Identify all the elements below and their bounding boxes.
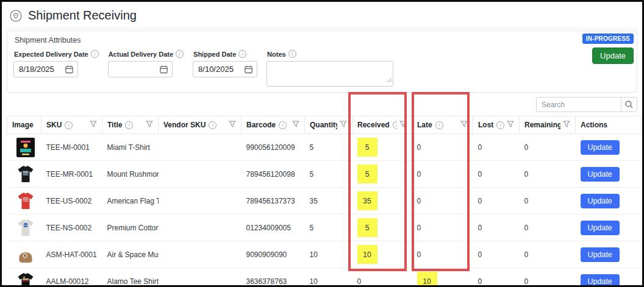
info-icon: [279, 121, 287, 129]
row-update-button[interactable]: Update: [581, 167, 620, 182]
search-button[interactable]: [621, 97, 637, 112]
info-icon: [209, 121, 216, 129]
filter-icon[interactable]: [399, 121, 407, 129]
row-update-button[interactable]: Update: [581, 247, 620, 262]
section-label: Shipment Attributes: [15, 36, 631, 44]
expected-delivery-date-input[interactable]: 8/18/2025: [13, 61, 78, 77]
received-cell: 0: [352, 268, 412, 287]
late-cell: 0: [412, 241, 473, 268]
resize-grip-icon[interactable]: [387, 74, 392, 85]
search-input[interactable]: [536, 97, 621, 112]
vendor-sku-cell: [159, 161, 242, 188]
column-header-late: Late: [412, 116, 473, 134]
lost-cell: 0: [473, 241, 520, 268]
sku-cell: AALM-00012: [41, 268, 102, 287]
shipment-receiving-page: Shipment Receiving Shipment Attributes I…: [2, 2, 642, 285]
sku-cell: TEE-NS-0002: [41, 214, 102, 241]
received-cell: 5: [352, 214, 412, 241]
table-toolbar: [7, 97, 637, 112]
column-header-received: Received: [352, 116, 412, 134]
info-icon: [288, 50, 296, 58]
calendar-icon[interactable]: [159, 65, 168, 74]
vendor-sku-cell: [159, 188, 242, 214]
shipment-attributes-card: Shipment Attributes IN-PROGRESS Update E…: [7, 30, 637, 93]
column-header-remaining: Remaining: [520, 116, 576, 134]
title-cell: Mount Rushmore T...: [102, 161, 159, 188]
received-cell: 5: [352, 161, 412, 188]
sku-cell: TEE-US-0002: [41, 188, 102, 214]
filter-icon[interactable]: [146, 121, 153, 129]
table-row: TEE-MR-0001 Mount Rushmore T... 78945612…: [7, 161, 642, 188]
remaining-cell: 0: [520, 134, 576, 161]
info-icon: [91, 50, 99, 58]
remaining-cell: 0: [520, 161, 576, 188]
remaining-cell: 0: [520, 268, 576, 287]
date-value: 8/18/2025: [19, 65, 54, 74]
row-update-button[interactable]: Update: [581, 221, 620, 235]
table-row: TEE-MI-0001 Miami T-Shirt 990056120009 5…: [7, 134, 642, 161]
vendor-sku-cell: [159, 241, 242, 268]
late-cell: 0: [412, 188, 473, 214]
info-icon: [393, 121, 397, 129]
shipped-date-field: Shipped Date 8/10/2025: [193, 50, 257, 77]
late-cell: 10: [412, 268, 473, 287]
filter-icon[interactable]: [229, 121, 236, 129]
calendar-icon[interactable]: [65, 65, 74, 74]
filter-icon[interactable]: [460, 121, 468, 129]
received-cell: 10: [352, 241, 412, 268]
filter-icon[interactable]: [507, 121, 514, 129]
sku-cell: TEE-MR-0001: [41, 161, 102, 188]
info-icon: [496, 121, 504, 129]
barcode-cell: 01234009005: [242, 214, 305, 241]
row-update-button[interactable]: Update: [581, 194, 620, 208]
title-cell: Premium Cotton N...: [102, 214, 159, 241]
vendor-sku-cell: [159, 268, 242, 287]
date-value: 8/10/2025: [198, 65, 234, 74]
page-title: Shipment Receiving: [28, 9, 137, 23]
column-header-title: Title: [102, 116, 159, 134]
table-row: TEE-NS-0002 Premium Cotton N... 01234009…: [7, 214, 642, 241]
filter-icon[interactable]: [90, 121, 97, 129]
field-label: Expected Delivery Date: [14, 51, 88, 58]
filter-icon[interactable]: [563, 121, 570, 129]
barcode-cell: 990056120009: [242, 134, 305, 161]
notes-textarea[interactable]: [267, 61, 393, 87]
update-shipment-button[interactable]: Update: [592, 48, 634, 64]
column-header-actions: Actions: [576, 116, 642, 134]
page-header: Shipment Receiving: [7, 2, 637, 29]
field-label: Actual Delivery Date: [109, 51, 173, 58]
lost-cell: 0: [473, 214, 520, 241]
row-update-button[interactable]: Update: [581, 274, 620, 287]
row-update-button[interactable]: Update: [581, 140, 620, 155]
shipment-items-table: Image SKU Title Vendor SKU Barcode Quant…: [7, 116, 642, 287]
barcode-cell: 789456137373: [242, 188, 305, 214]
title-cell: Miami T-Shirt: [102, 134, 159, 161]
late-cell: 0: [412, 161, 473, 188]
barcode-cell: 789456120098: [242, 161, 305, 188]
calendar-icon[interactable]: [244, 65, 253, 74]
received-cell: 5: [352, 134, 412, 161]
info-icon: [65, 121, 73, 129]
info-icon: [125, 121, 133, 129]
column-header-quantity: Quantity: [305, 116, 352, 134]
product-image: [15, 190, 37, 212]
quantity-cell: 5: [305, 214, 352, 241]
shipped-date-input[interactable]: 8/10/2025: [193, 61, 257, 77]
late-cell: 0: [412, 134, 473, 161]
location-pin-icon: [9, 9, 23, 23]
column-header-sku: SKU: [41, 116, 102, 134]
filter-icon[interactable]: [340, 121, 347, 129]
field-label: Notes: [267, 51, 286, 58]
info-icon: [176, 50, 184, 58]
received-cell: 35: [352, 188, 412, 214]
actual-delivery-date-input[interactable]: [108, 61, 173, 77]
filter-icon[interactable]: [292, 121, 299, 129]
quantity-cell: 5: [305, 161, 352, 188]
vendor-sku-cell: [159, 214, 242, 241]
barcode-cell: 3636378763: [242, 268, 305, 287]
barcode-cell: 9090909090: [242, 241, 305, 268]
info-icon: [435, 121, 443, 129]
lost-cell: 0: [473, 134, 520, 161]
column-header-image: Image: [7, 116, 41, 134]
title-cell: Air & Space Museu...: [102, 241, 159, 268]
